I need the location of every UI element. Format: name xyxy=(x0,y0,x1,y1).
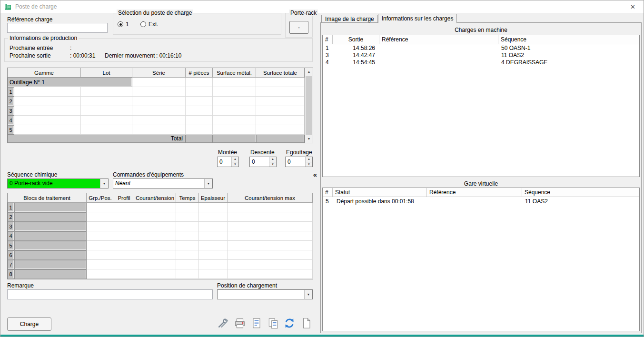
table-cell[interactable] xyxy=(176,203,199,212)
table-cell[interactable] xyxy=(176,260,199,269)
table-cell[interactable] xyxy=(186,97,213,106)
column-header[interactable]: # pièces xyxy=(186,68,213,78)
column-header[interactable]: Courant/tension xyxy=(134,193,176,203)
table-cell[interactable] xyxy=(186,78,213,87)
table-cell[interactable] xyxy=(186,125,213,135)
table-cell[interactable] xyxy=(134,269,176,279)
table-cell[interactable] xyxy=(256,116,305,125)
block-cell[interactable] xyxy=(14,241,87,250)
table-cell[interactable] xyxy=(114,250,134,260)
table-cell[interactable] xyxy=(87,212,114,222)
sequence-chimique-combo[interactable]: 0 Porte-rack vide ▼ xyxy=(7,178,109,188)
table-cell[interactable] xyxy=(114,212,134,222)
column-header[interactable]: Surface totale xyxy=(256,68,305,78)
column-header[interactable]: Séquence xyxy=(498,35,639,44)
table-cell[interactable] xyxy=(176,250,199,260)
table-cell[interactable] xyxy=(213,97,256,106)
outillage-group-row[interactable]: Outillage N° 1 xyxy=(8,78,305,87)
table-cell[interactable] xyxy=(213,106,256,116)
porte-rack-button[interactable]: - xyxy=(289,21,308,34)
descente-stepper[interactable]: 0 ▲▼ xyxy=(249,157,277,167)
table-cell[interactable] xyxy=(213,125,256,135)
column-header[interactable]: # xyxy=(323,35,333,44)
table-cell[interactable] xyxy=(134,250,176,260)
commandes-equipements-combo[interactable]: Néant ▼ xyxy=(113,178,213,188)
table-cell[interactable] xyxy=(176,231,199,241)
table-cell[interactable] xyxy=(176,241,199,250)
table-cell[interactable] xyxy=(114,222,134,231)
column-header[interactable]: Surface métal. xyxy=(213,68,256,78)
scroll-thumb[interactable] xyxy=(306,76,312,135)
table-cell[interactable] xyxy=(228,231,313,241)
document-icon[interactable] xyxy=(250,317,263,330)
collapse-panel-button[interactable]: « xyxy=(311,170,319,178)
column-header[interactable]: Profil xyxy=(114,193,134,203)
table-cell[interactable] xyxy=(114,260,134,269)
block-cell[interactable] xyxy=(14,250,87,260)
spin-down-icon[interactable]: ▼ xyxy=(269,162,276,167)
table-cell[interactable] xyxy=(134,231,176,241)
radio-poste-1[interactable]: 1 xyxy=(118,21,129,28)
table-cell[interactable] xyxy=(228,222,313,231)
block-cell[interactable] xyxy=(14,203,87,212)
spin-down-icon[interactable]: ▼ xyxy=(306,162,312,167)
table-cell[interactable] xyxy=(132,87,186,97)
block-cell[interactable] xyxy=(14,212,87,222)
table-cell[interactable] xyxy=(199,241,228,250)
table-cell[interactable] xyxy=(228,212,313,222)
column-header[interactable]: Gamme xyxy=(8,68,81,78)
table-cell[interactable] xyxy=(132,97,186,106)
block-cell[interactable] xyxy=(14,222,87,231)
table-cell[interactable] xyxy=(87,241,114,250)
table-cell[interactable] xyxy=(87,269,114,279)
table-cell[interactable] xyxy=(228,269,313,279)
tab-image-de-la-charge[interactable]: Image de la charge xyxy=(321,15,378,23)
tab-informations-charges[interactable]: Informations sur les charges xyxy=(378,14,457,23)
table-cell[interactable] xyxy=(228,260,313,269)
table-cell[interactable] xyxy=(228,241,313,250)
table-cell[interactable] xyxy=(81,116,132,125)
table-cell[interactable] xyxy=(14,125,81,135)
table-cell[interactable] xyxy=(134,241,176,250)
table-cell[interactable] xyxy=(114,269,134,279)
table-cell[interactable] xyxy=(87,222,114,231)
table-cell[interactable] xyxy=(132,116,186,125)
table-cell[interactable] xyxy=(132,106,186,116)
table-row[interactable]: 1 14:58:26 50 OASN-1 xyxy=(323,44,639,51)
table-cell[interactable] xyxy=(213,78,256,87)
table-cell[interactable] xyxy=(186,87,213,97)
montee-stepper[interactable]: 0 ▲▼ xyxy=(217,157,239,167)
table-cell[interactable] xyxy=(114,203,134,212)
column-header[interactable]: Courant/tension max xyxy=(228,193,313,203)
table-cell[interactable] xyxy=(87,260,114,269)
spin-up-icon[interactable]: ▲ xyxy=(269,157,276,162)
table-cell[interactable] xyxy=(199,203,228,212)
close-button[interactable]: ✕ xyxy=(622,0,644,13)
table-cell[interactable] xyxy=(256,87,305,97)
column-header[interactable]: Grp./Pos. xyxy=(87,193,114,203)
column-header[interactable]: Séquence xyxy=(522,188,639,197)
table-cell[interactable] xyxy=(87,203,114,212)
table-cell[interactable] xyxy=(81,97,132,106)
table-cell[interactable] xyxy=(114,231,134,241)
column-header[interactable]: Temps xyxy=(176,193,199,203)
table-cell[interactable] xyxy=(87,231,114,241)
table-cell[interactable] xyxy=(114,241,134,250)
table-cell[interactable] xyxy=(199,269,228,279)
gamme-table-scrollbar[interactable]: ▲ ▼ xyxy=(305,68,313,143)
table-cell[interactable] xyxy=(213,87,256,97)
table-cell[interactable] xyxy=(186,106,213,116)
block-cell[interactable] xyxy=(14,260,87,269)
table-cell[interactable] xyxy=(256,125,305,135)
table-cell[interactable] xyxy=(199,260,228,269)
dropdown-arrow-icon[interactable]: ▼ xyxy=(204,179,212,188)
table-cell[interactable] xyxy=(199,222,228,231)
table-cell[interactable] xyxy=(134,203,176,212)
table-cell[interactable] xyxy=(176,212,199,222)
dropdown-arrow-icon[interactable]: ▼ xyxy=(304,290,312,299)
table-cell[interactable] xyxy=(199,212,228,222)
table-cell[interactable] xyxy=(132,125,186,135)
new-document-icon[interactable] xyxy=(300,317,313,330)
tools-icon[interactable] xyxy=(216,317,229,330)
table-cell[interactable] xyxy=(213,116,256,125)
